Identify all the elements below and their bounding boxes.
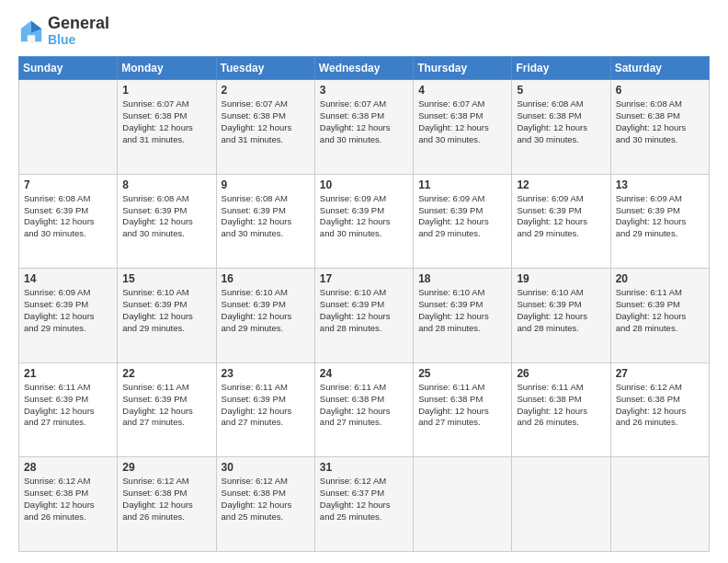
day-number: 23: [222, 367, 310, 380]
day-info: Sunrise: 6:10 AM Sunset: 6:39 PM Dayligh…: [122, 287, 210, 334]
day-info: Sunrise: 6:11 AM Sunset: 6:39 PM Dayligh…: [222, 382, 310, 429]
day-info: Sunrise: 6:07 AM Sunset: 6:38 PM Dayligh…: [320, 98, 408, 145]
calendar-cell: 5Sunrise: 6:08 AM Sunset: 6:38 PM Daylig…: [512, 80, 610, 175]
calendar-cell: 19Sunrise: 6:10 AM Sunset: 6:39 PM Dayli…: [512, 269, 610, 363]
calendar-cell: 13Sunrise: 6:09 AM Sunset: 6:39 PM Dayli…: [610, 174, 709, 269]
day-number: 30: [222, 461, 310, 474]
calendar-cell: 25Sunrise: 6:11 AM Sunset: 6:38 PM Dayli…: [414, 362, 512, 457]
day-number: 16: [222, 272, 310, 285]
day-info: Sunrise: 6:12 AM Sunset: 6:38 PM Dayligh…: [122, 476, 210, 523]
week-row-5: 28Sunrise: 6:12 AM Sunset: 6:38 PM Dayli…: [19, 457, 710, 552]
day-number: 31: [320, 461, 408, 474]
calendar-cell: 11Sunrise: 6:09 AM Sunset: 6:39 PM Dayli…: [414, 174, 512, 269]
calendar-cell: 22Sunrise: 6:11 AM Sunset: 6:39 PM Dayli…: [118, 362, 216, 457]
day-number: 4: [418, 84, 506, 97]
day-number: 22: [122, 367, 210, 380]
day-info: Sunrise: 6:08 AM Sunset: 6:38 PM Dayligh…: [616, 98, 704, 145]
calendar-cell: 3Sunrise: 6:07 AM Sunset: 6:38 PM Daylig…: [314, 80, 413, 175]
day-info: Sunrise: 6:11 AM Sunset: 6:38 PM Dayligh…: [418, 382, 506, 429]
day-number: 25: [418, 367, 506, 380]
calendar-cell: 7Sunrise: 6:08 AM Sunset: 6:39 PM Daylig…: [19, 174, 118, 269]
day-number: 20: [616, 272, 704, 285]
day-number: 8: [122, 178, 210, 191]
weekday-header-wednesday: Wednesday: [314, 57, 413, 80]
logo-text: General Blue: [48, 15, 109, 47]
day-number: 3: [320, 84, 408, 97]
day-number: 9: [222, 178, 310, 191]
calendar-cell: [512, 457, 610, 552]
day-number: 18: [418, 272, 506, 285]
calendar-cell: 6Sunrise: 6:08 AM Sunset: 6:38 PM Daylig…: [610, 80, 709, 175]
day-info: Sunrise: 6:10 AM Sunset: 6:39 PM Dayligh…: [517, 287, 605, 334]
day-number: 26: [517, 367, 605, 380]
calendar-cell: 8Sunrise: 6:08 AM Sunset: 6:39 PM Daylig…: [118, 174, 216, 269]
calendar-cell: 17Sunrise: 6:10 AM Sunset: 6:39 PM Dayli…: [314, 269, 413, 363]
calendar-cell: 28Sunrise: 6:12 AM Sunset: 6:38 PM Dayli…: [19, 457, 118, 552]
day-info: Sunrise: 6:10 AM Sunset: 6:39 PM Dayligh…: [418, 287, 506, 334]
calendar-cell: 1Sunrise: 6:07 AM Sunset: 6:38 PM Daylig…: [118, 80, 216, 175]
calendar-cell: 24Sunrise: 6:11 AM Sunset: 6:38 PM Dayli…: [314, 362, 413, 457]
day-number: 12: [517, 178, 605, 191]
day-info: Sunrise: 6:11 AM Sunset: 6:38 PM Dayligh…: [320, 382, 408, 429]
day-info: Sunrise: 6:11 AM Sunset: 6:38 PM Dayligh…: [517, 382, 605, 429]
day-number: 6: [616, 84, 704, 97]
day-number: 15: [122, 272, 210, 285]
day-info: Sunrise: 6:11 AM Sunset: 6:39 PM Dayligh…: [616, 287, 704, 334]
day-number: 17: [320, 272, 408, 285]
calendar-cell: 23Sunrise: 6:11 AM Sunset: 6:39 PM Dayli…: [216, 362, 314, 457]
calendar-cell: 21Sunrise: 6:11 AM Sunset: 6:39 PM Dayli…: [19, 362, 118, 457]
day-info: Sunrise: 6:11 AM Sunset: 6:39 PM Dayligh…: [24, 382, 112, 429]
weekday-header-tuesday: Tuesday: [216, 57, 314, 80]
day-info: Sunrise: 6:08 AM Sunset: 6:39 PM Dayligh…: [222, 193, 310, 240]
day-info: Sunrise: 6:10 AM Sunset: 6:39 PM Dayligh…: [222, 287, 310, 334]
day-info: Sunrise: 6:09 AM Sunset: 6:39 PM Dayligh…: [24, 287, 112, 334]
day-number: 19: [517, 272, 605, 285]
calendar-cell: [610, 457, 709, 552]
calendar-cell: 26Sunrise: 6:11 AM Sunset: 6:38 PM Dayli…: [512, 362, 610, 457]
calendar-cell: 16Sunrise: 6:10 AM Sunset: 6:39 PM Dayli…: [216, 269, 314, 363]
calendar-cell: 18Sunrise: 6:10 AM Sunset: 6:39 PM Dayli…: [414, 269, 512, 363]
calendar-cell: 31Sunrise: 6:12 AM Sunset: 6:37 PM Dayli…: [314, 457, 413, 552]
day-info: Sunrise: 6:12 AM Sunset: 6:37 PM Dayligh…: [320, 476, 408, 523]
calendar-cell: 14Sunrise: 6:09 AM Sunset: 6:39 PM Dayli…: [19, 269, 118, 363]
day-number: 2: [222, 84, 310, 97]
day-info: Sunrise: 6:08 AM Sunset: 6:39 PM Dayligh…: [122, 193, 210, 240]
calendar-table: SundayMondayTuesdayWednesdayThursdayFrid…: [18, 56, 710, 552]
day-info: Sunrise: 6:09 AM Sunset: 6:39 PM Dayligh…: [517, 193, 605, 240]
page: General Blue SundayMondayTuesdayWednesda…: [0, 0, 728, 563]
day-number: 14: [24, 272, 112, 285]
day-number: 27: [616, 367, 704, 380]
day-number: 7: [24, 178, 112, 191]
day-number: 10: [320, 178, 408, 191]
day-number: 21: [24, 367, 112, 380]
day-number: 13: [616, 178, 704, 191]
calendar-cell: 27Sunrise: 6:12 AM Sunset: 6:38 PM Dayli…: [610, 362, 709, 457]
calendar-cell: 30Sunrise: 6:12 AM Sunset: 6:38 PM Dayli…: [216, 457, 314, 552]
calendar-cell: 29Sunrise: 6:12 AM Sunset: 6:38 PM Dayli…: [118, 457, 216, 552]
day-info: Sunrise: 6:09 AM Sunset: 6:39 PM Dayligh…: [320, 193, 408, 240]
weekday-header-monday: Monday: [118, 57, 216, 80]
weekday-header-row: SundayMondayTuesdayWednesdayThursdayFrid…: [19, 57, 710, 80]
header: General Blue: [18, 15, 710, 47]
logo: General Blue: [18, 15, 109, 47]
week-row-2: 7Sunrise: 6:08 AM Sunset: 6:39 PM Daylig…: [19, 174, 710, 269]
day-info: Sunrise: 6:10 AM Sunset: 6:39 PM Dayligh…: [320, 287, 408, 334]
day-info: Sunrise: 6:08 AM Sunset: 6:38 PM Dayligh…: [517, 98, 605, 145]
day-number: 1: [122, 84, 210, 97]
day-info: Sunrise: 6:09 AM Sunset: 6:39 PM Dayligh…: [616, 193, 704, 240]
day-info: Sunrise: 6:12 AM Sunset: 6:38 PM Dayligh…: [222, 476, 310, 523]
day-number: 24: [320, 367, 408, 380]
calendar-cell: 2Sunrise: 6:07 AM Sunset: 6:38 PM Daylig…: [216, 80, 314, 175]
calendar-cell: 20Sunrise: 6:11 AM Sunset: 6:39 PM Dayli…: [610, 269, 709, 363]
weekday-header-friday: Friday: [512, 57, 610, 80]
svg-rect-3: [28, 35, 35, 41]
weekday-header-thursday: Thursday: [414, 57, 512, 80]
day-info: Sunrise: 6:12 AM Sunset: 6:38 PM Dayligh…: [24, 476, 112, 523]
day-info: Sunrise: 6:07 AM Sunset: 6:38 PM Dayligh…: [122, 98, 210, 145]
day-info: Sunrise: 6:07 AM Sunset: 6:38 PM Dayligh…: [222, 98, 310, 145]
logo-icon: [18, 18, 44, 44]
weekday-header-saturday: Saturday: [610, 57, 709, 80]
day-number: 5: [517, 84, 605, 97]
week-row-3: 14Sunrise: 6:09 AM Sunset: 6:39 PM Dayli…: [19, 269, 710, 363]
week-row-1: 1Sunrise: 6:07 AM Sunset: 6:38 PM Daylig…: [19, 80, 710, 175]
